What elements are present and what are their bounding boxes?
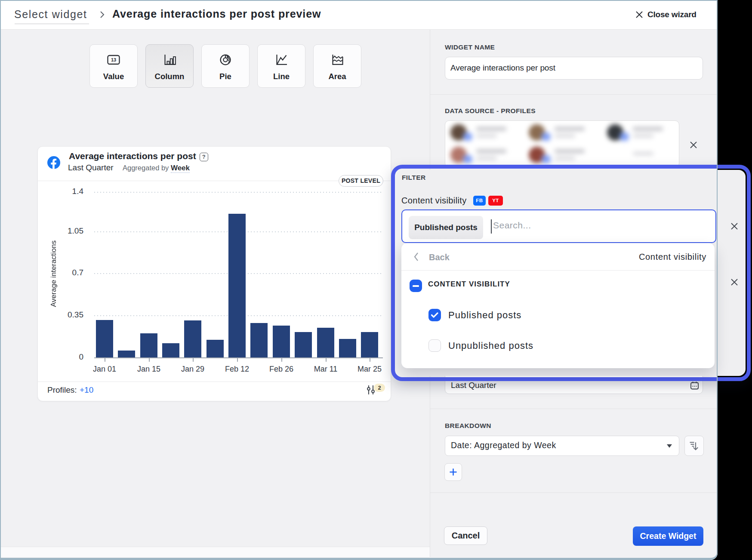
svg-text:13: 13	[111, 57, 116, 62]
